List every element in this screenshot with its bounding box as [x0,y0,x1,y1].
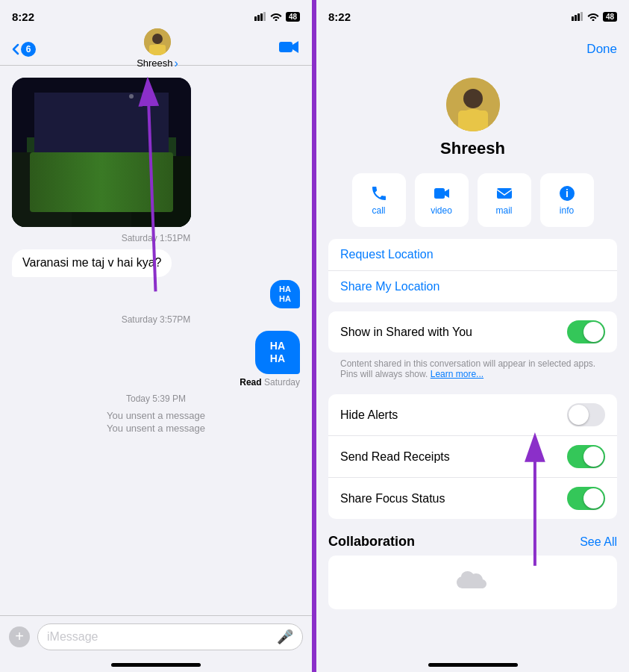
hide-alerts-row: Hide Alerts [328,394,617,436]
bubble-incoming[interactable]: Varanasi me taj v hai kya? [12,249,172,277]
wifi-icon-right [587,12,599,21]
video-call-button[interactable] [279,40,300,59]
home-indicator-right [316,657,629,672]
video-label: video [431,205,452,216]
read-receipts-toggle[interactable] [567,445,605,468]
avatar-image-small [144,28,171,55]
mail-button[interactable]: mail [478,173,531,227]
back-button[interactable]: 6 [12,42,36,57]
info-label: info [560,205,574,216]
info-icon: i [558,184,576,202]
toggle-knob-shared [583,322,604,342]
request-location-row[interactable]: Request Location [328,239,617,271]
status-bar-right: 8:22 48 [316,0,629,33]
svg-rect-28 [497,188,512,199]
video-button[interactable]: video [415,173,469,227]
right-scroll-content[interactable]: Shreesh call video [316,66,629,657]
wifi-icon-left [270,12,282,21]
svg-point-5 [152,34,163,44]
contact-avatar-large [446,78,500,131]
message-row-haha-big: HAHA [12,331,300,374]
signal-icon-right [572,12,583,21]
haha-outgoing-small: HAHA [12,280,300,308]
svg-rect-1 [257,15,260,21]
avatar-small-left [144,28,171,55]
svg-rect-26 [458,111,488,131]
svg-rect-2 [260,13,263,21]
status-icons-left: 48 [254,12,300,22]
left-panel: 8:22 48 6 [0,0,314,672]
share-location-row[interactable]: Share My Location [328,271,617,302]
focus-status-toggle[interactable] [567,487,605,510]
home-bar-right [428,663,518,667]
location-section: Request Location Share My Location [328,239,617,302]
svg-rect-20 [575,15,577,21]
battery-left: 48 [286,12,300,22]
toggle-knob-receipts [583,447,604,467]
contact-full-name: Shreesh [440,139,505,158]
home-bar-left [111,663,201,667]
battery-right: 48 [603,12,617,22]
back-count: 6 [21,42,36,57]
learn-more-link[interactable]: Learn more... [431,369,484,379]
focus-status-label: Share Focus Status [340,492,567,505]
timestamp-2: Saturday 3:57PM [0,314,312,325]
toggle-knob-alerts [569,405,589,425]
right-panel: 8:22 48 Done [314,0,629,672]
bubble-haha-big: HAHA [255,331,300,374]
mail-icon [495,184,513,202]
collaboration-title: Collaboration [328,534,415,550]
show-shared-toggle[interactable] [567,320,605,343]
svg-rect-3 [263,12,266,21]
call-button[interactable]: call [352,173,406,227]
see-all-button[interactable]: See All [580,535,617,549]
unsent-2: You unsent a message [0,423,312,434]
back-chevron-icon [12,43,19,55]
status-icons-right: 48 [572,12,617,22]
shared-with-you-section: Show in Shared with You [328,311,617,352]
contact-info-section: Shreesh [316,66,629,173]
home-indicator-left [0,657,312,672]
share-location-label: Share My Location [340,280,439,293]
photo-message [12,78,191,227]
imessage-input-field[interactable]: iMessage 🎤 [37,623,303,650]
facetime-icon [279,40,300,55]
collaboration-header: Collaboration See All [316,528,629,556]
add-button[interactable]: + [9,626,30,647]
read-receipts-label: Send Read Receipts [340,450,567,464]
timestamp-1: Saturday 1:51PM [0,233,312,243]
show-shared-label: Show in Shared with You [340,326,567,339]
svg-rect-19 [572,16,574,21]
call-label: call [372,205,385,216]
svg-rect-17 [131,156,191,227]
svg-rect-27 [434,188,445,199]
svg-text:i: i [566,187,569,199]
collaboration-content [328,556,617,609]
done-button[interactable]: Done [586,42,617,57]
video-icon [433,184,451,202]
timestamp-today: Today 5:39 PM [0,393,312,404]
unsent-1: You unsent a message [0,410,312,421]
info-button[interactable]: i info [540,173,594,227]
read-bold: Read [240,377,261,388]
nav-center-left[interactable]: Shreesh › [137,28,178,70]
svg-rect-16 [72,160,131,227]
avatar-image-large [446,78,500,131]
hide-alerts-toggle[interactable] [567,403,605,426]
hide-alerts-label: Hide Alerts [340,408,567,422]
shared-description: Content shared in this conversation will… [328,355,617,388]
toggle-knob-focus [583,488,604,508]
nav-bar-left: 6 Shreesh › [0,33,312,66]
svg-rect-7 [149,45,166,55]
action-buttons: call video mail i [316,173,629,239]
svg-rect-0 [254,16,257,21]
svg-rect-21 [578,13,580,21]
time-right: 8:22 [328,10,351,23]
signal-icon-left [254,12,266,21]
show-shared-row: Show in Shared with You [328,311,617,352]
alerts-section: Hide Alerts Send Read Receipts Share Foc… [328,394,617,519]
messages-area: Saturday 1:51PM Varanasi me taj v hai ky… [0,66,312,615]
message-input-bar: + iMessage 🎤 [0,615,312,657]
request-location-label: Request Location [340,248,434,261]
read-receipt: Read Saturday [12,377,300,388]
